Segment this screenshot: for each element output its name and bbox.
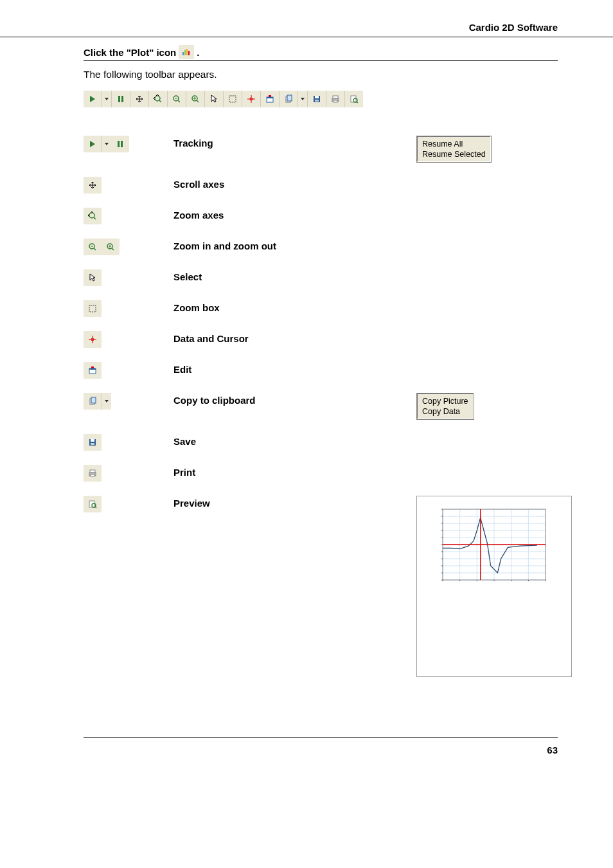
preview-chart — [423, 503, 552, 593]
row-zoom-inout: Zoom in and zoom out — [84, 239, 558, 255]
scroll-axes-icon — [84, 177, 102, 194]
preview-label: Preview — [173, 496, 416, 509]
svg-marker-64 — [105, 400, 109, 402]
svg-marker-39 — [90, 141, 95, 147]
data-cursor-label: Data and Cursor — [173, 331, 416, 344]
zoom-axes-icon — [84, 208, 102, 224]
svg-rect-61 — [91, 366, 94, 368]
menu-item-resume-selected[interactable]: Resume Selected — [421, 149, 487, 159]
svg-rect-0 — [182, 52, 184, 55]
row-copy: Copy to clipboard Copy Picture Copy Data — [84, 393, 558, 420]
svg-line-53 — [112, 248, 114, 250]
print-button[interactable] — [326, 91, 345, 107]
select-icon — [84, 269, 102, 286]
svg-marker-4 — [90, 96, 95, 102]
product-title: Cardio 2D Software — [469, 22, 558, 33]
play-icon — [84, 136, 102, 152]
zoom-box-button[interactable] — [224, 91, 242, 107]
preview-thumbnail — [416, 496, 572, 677]
svg-marker-29 — [301, 98, 305, 100]
svg-rect-68 — [90, 470, 95, 473]
copy-label: Copy to clipboard — [173, 393, 416, 406]
zoom-in-button[interactable] — [186, 91, 205, 107]
svg-rect-6 — [118, 96, 120, 102]
plot-toolbar — [84, 91, 363, 107]
save-button[interactable] — [308, 91, 326, 107]
svg-rect-20 — [229, 96, 236, 102]
zoom-in-icon — [102, 239, 120, 255]
zoom-out-button[interactable] — [168, 91, 186, 107]
play-button[interactable] — [84, 91, 102, 107]
copy-icon — [84, 393, 102, 410]
row-scroll-axes: Scroll axes — [84, 177, 558, 194]
save-icon — [84, 434, 102, 451]
menu-item-resume-all[interactable]: Resume All — [421, 139, 487, 149]
data-cursor-button[interactable] — [242, 91, 261, 107]
instruction-sub: The following toolbar appears. — [84, 69, 558, 80]
row-tracking: Tracking Resume All Resume Selected — [84, 136, 558, 163]
svg-rect-33 — [333, 96, 338, 98]
svg-line-14 — [178, 100, 180, 102]
svg-rect-66 — [91, 439, 94, 442]
pause-button[interactable] — [112, 91, 130, 107]
svg-line-18 — [197, 100, 199, 102]
svg-rect-31 — [315, 96, 319, 98]
svg-rect-32 — [315, 100, 319, 102]
svg-rect-42 — [121, 141, 123, 147]
row-print: Print — [84, 465, 558, 482]
svg-marker-19 — [211, 95, 217, 102]
menu-item-copy-data[interactable]: Copy Data — [421, 406, 470, 417]
zoom-axes-label: Zoom axes — [173, 208, 416, 221]
tracking-label: Tracking — [173, 136, 416, 149]
svg-rect-28 — [287, 95, 292, 101]
print-icon — [84, 465, 102, 482]
edit-button[interactable] — [261, 91, 280, 107]
instruction-click: Click the "Plot" icon . — [84, 45, 558, 61]
row-zoom-axes: Zoom axes — [84, 208, 558, 224]
svg-rect-55 — [89, 305, 96, 312]
page-footer: 63 — [84, 737, 558, 775]
zoom-box-icon — [84, 300, 102, 317]
preview-icon — [84, 496, 102, 512]
dropdown-icon — [102, 136, 111, 152]
row-edit: Edit — [84, 362, 558, 379]
scroll-axes-button[interactable] — [130, 91, 149, 107]
copy-menu: Copy Picture Copy Data — [416, 393, 474, 420]
content: Click the "Plot" icon . The following to… — [0, 37, 613, 680]
svg-point-10 — [155, 96, 160, 101]
select-label: Select — [173, 269, 416, 282]
copy-button[interactable] — [280, 91, 298, 107]
copy-dropdown[interactable] — [298, 91, 308, 107]
svg-rect-60 — [89, 368, 96, 370]
data-cursor-icon — [84, 331, 102, 348]
page-number: 63 — [547, 745, 558, 755]
svg-rect-2 — [186, 49, 188, 55]
preview-button[interactable] — [345, 91, 363, 107]
svg-line-46 — [94, 217, 96, 219]
play-dropdown[interactable] — [102, 91, 112, 107]
pause-icon — [111, 136, 129, 152]
svg-point-45 — [89, 213, 94, 218]
svg-marker-54 — [90, 274, 95, 281]
svg-line-11 — [159, 100, 161, 102]
svg-rect-35 — [333, 100, 337, 102]
svg-rect-1 — [184, 50, 186, 55]
edit-icon — [84, 362, 102, 379]
row-zoom-box: Zoom box — [84, 300, 558, 317]
copy-dropdown-icon — [102, 393, 111, 410]
svg-line-38 — [357, 102, 358, 103]
svg-rect-3 — [188, 51, 190, 55]
svg-rect-25 — [267, 97, 273, 98]
row-save: Save — [84, 434, 558, 451]
row-select: Select — [84, 269, 558, 286]
zoom-axes-button[interactable] — [149, 91, 168, 107]
menu-item-copy-picture[interactable]: Copy Picture — [421, 396, 470, 406]
tracking-menu: Resume All Resume Selected — [416, 136, 492, 163]
plot-icon — [179, 45, 194, 59]
select-button[interactable] — [205, 91, 224, 107]
edit-label: Edit — [173, 362, 416, 375]
svg-rect-70 — [91, 475, 94, 476]
row-preview: Preview — [84, 496, 558, 680]
svg-rect-7 — [121, 96, 123, 102]
page-header: Cardio 2D Software — [0, 0, 613, 37]
